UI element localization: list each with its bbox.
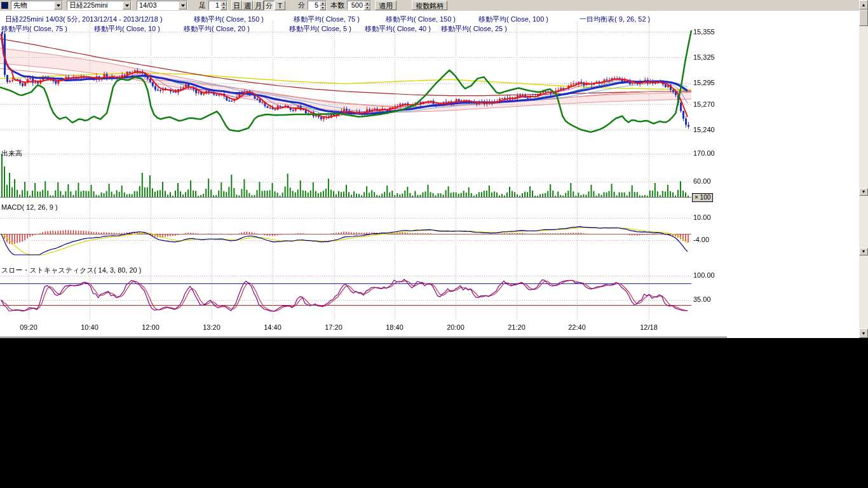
- macd-axis-tick: -4.00: [693, 236, 709, 243]
- minute-label: 分: [298, 1, 305, 10]
- period-minute-button[interactable]: 分: [264, 1, 275, 10]
- spinner-up-icon[interactable]: ▲: [320, 1, 326, 6]
- volume-multiplier-badge: × 100: [692, 193, 713, 202]
- scroll-down-button[interactable]: ▼: [859, 329, 868, 338]
- macd-axis-tick: 10.00: [693, 214, 711, 221]
- apply-button[interactable]: 適用: [375, 1, 397, 10]
- volume-pane-label: 出来高: [1, 149, 22, 158]
- period-tick-button[interactable]: T: [275, 1, 285, 10]
- time-axis-tick: 17:20: [321, 323, 346, 331]
- legend-ma10: 移動平均( Close, 10 ): [94, 24, 160, 34]
- legend-ma25: 移動平均( Close, 25 ): [441, 24, 507, 34]
- scrollbar-thumb[interactable]: [859, 10, 868, 26]
- instrument-type-value: 先物: [11, 1, 54, 10]
- legend-ma20: 移動平均( Close, 20 ): [184, 24, 250, 34]
- legend-ma150b: 移動平均( Close, 150 ): [386, 15, 456, 24]
- legend-ma75b: 移動平均( Close, 75 ): [1, 24, 67, 34]
- stoch-axis-tick: 35.00: [693, 295, 711, 303]
- period-day-button[interactable]: 日: [231, 1, 242, 10]
- price-axis-tick: 15,295: [693, 79, 715, 86]
- bar-count-spinner[interactable]: 500 ▲ ▼: [347, 1, 371, 10]
- empty-desktop-area: [0, 338, 868, 488]
- time-axis-tick: 22:40: [564, 323, 590, 331]
- price-axis-tick: 15,270: [693, 100, 715, 108]
- bar-interval-value: 1: [209, 1, 220, 10]
- pane-scroll-button[interactable]: ▼: [859, 248, 868, 255]
- triangle-up-icon: ▲: [862, 3, 866, 7]
- contract-month-value: 14/03: [137, 1, 179, 10]
- scroll-up-button[interactable]: ▲: [859, 0, 868, 10]
- price-axis-tick: 15,240: [693, 126, 715, 133]
- chevron-down-icon[interactable]: [179, 1, 187, 10]
- time-axis-tick: 10:40: [77, 323, 102, 331]
- price-axis-tick: 15,355: [693, 28, 715, 36]
- legend-ma75: 移動平均( Close, 75 ): [294, 15, 360, 24]
- bar-label: 足: [199, 1, 206, 10]
- spinner-down-icon[interactable]: ▼: [320, 6, 326, 10]
- volume-axis-tick: 170.00: [693, 149, 715, 157]
- time-axis-tick: 09:20: [16, 323, 41, 331]
- instrument-type-combobox[interactable]: 先物: [11, 1, 63, 10]
- chevron-down-icon[interactable]: [123, 1, 131, 10]
- bar-interval-spinner[interactable]: 1 ▲ ▼: [208, 1, 227, 10]
- spinner-up-icon[interactable]: ▲: [364, 1, 370, 6]
- period-month-button[interactable]: 月: [253, 1, 264, 10]
- chevron-down-icon[interactable]: [54, 1, 62, 10]
- bar-count-value: 500: [348, 1, 364, 10]
- app-icon: [1, 2, 8, 9]
- vertical-scrollbar[interactable]: ▲ ▼ ▼ ▼: [859, 0, 868, 338]
- triangle-down-icon: ▼: [862, 189, 866, 194]
- legend-ma5: 移動平均( Close, 5 ): [289, 24, 351, 34]
- pane-scroll-button[interactable]: ▼: [859, 188, 868, 196]
- legend-ma40: 移動平均( Close, 40 ): [365, 24, 431, 34]
- legend-ma100: 移動平均( Close, 100 ): [478, 15, 548, 24]
- spinner-down-icon[interactable]: ▼: [220, 6, 227, 10]
- time-axis-tick: 21:20: [504, 323, 529, 331]
- legend-ma150: 移動平均( Close, 150 ): [194, 15, 264, 24]
- minute-spinner[interactable]: 5 ▲ ▼: [308, 1, 327, 10]
- volume-axis-tick: 60.00: [693, 177, 711, 185]
- toolbar: 先物 日経225mini 14/03 足 1 ▲ ▼ 日 週 月 分 T 分 5…: [0, 0, 859, 11]
- macd-pane-label: MACD( 12, 26, 9 ): [1, 203, 58, 211]
- trading-app-window: { "icons": {"up": "▲", "down": "▼"}, "to…: [0, 0, 868, 488]
- time-axis-tick: 18:40: [382, 323, 407, 331]
- price-axis-tick: 15,325: [693, 53, 715, 61]
- contract-month-combobox[interactable]: 14/03: [137, 1, 187, 10]
- symbol-value: 日経225mini: [67, 1, 123, 10]
- time-axis-tick: 20:00: [443, 323, 468, 331]
- time-axis-tick: 13:20: [199, 323, 224, 331]
- spinner-up-icon[interactable]: ▲: [220, 1, 227, 6]
- triangle-down-icon: ▼: [862, 331, 866, 336]
- time-axis-tick: 12/18: [636, 323, 661, 331]
- stoch-pane-label: スロー・ストキャスティクス( 14, 3, 80, 20 ): [1, 266, 141, 275]
- minute-value: 5: [308, 1, 320, 10]
- time-axis-tick: 14:40: [260, 323, 285, 331]
- stoch-axis-tick: 100.00: [693, 271, 715, 279]
- legend-ichimoku: 一目均衡表( 9, 26, 52 ): [580, 15, 650, 24]
- spinner-down-icon[interactable]: ▼: [364, 6, 370, 10]
- bar-count-label: 本数: [330, 1, 344, 10]
- symbol-combobox[interactable]: 日経225mini: [67, 1, 132, 10]
- triangle-down-icon: ▼: [862, 249, 866, 254]
- time-axis-tick: 12:00: [138, 323, 163, 331]
- period-week-button[interactable]: 週: [242, 1, 253, 10]
- multi-symbol-button[interactable]: 複数銘柄: [412, 1, 447, 10]
- chart-title: 日経225mini 14/03( 5分, 2013/12/14 - 2013/1…: [5, 15, 163, 24]
